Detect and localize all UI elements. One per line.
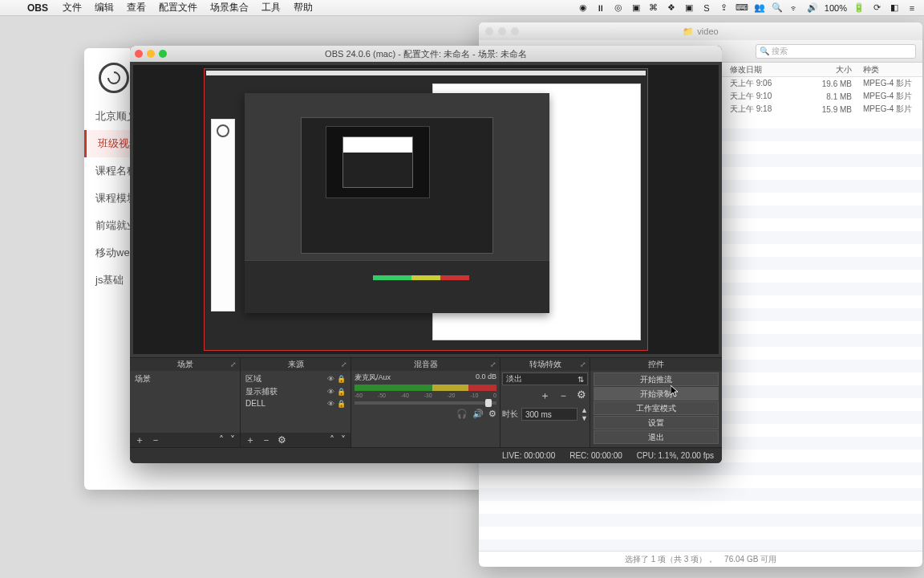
search-input[interactable]: 🔍 搜索 bbox=[756, 44, 916, 59]
obs-preview[interactable] bbox=[133, 65, 719, 354]
move-down-button[interactable]: ˅ bbox=[341, 434, 346, 446]
capture-region[interactable] bbox=[204, 68, 648, 351]
add-source-button[interactable]: ＋ bbox=[245, 434, 255, 447]
panel-controls: 控件 开始推流 开始录制 工作室模式 设置 退出 bbox=[590, 358, 722, 447]
mixer-channel-name: 麦克风/Aux bbox=[355, 372, 391, 383]
headphone-icon[interactable]: 🎧 bbox=[456, 409, 468, 419]
source-item[interactable]: 显示捕获👁🔒 bbox=[244, 385, 347, 398]
transition-select[interactable]: 淡出⇅ bbox=[502, 372, 588, 385]
lock-icon[interactable]: 🔒 bbox=[337, 400, 346, 408]
menu-profile[interactable]: 配置文件 bbox=[152, 1, 204, 14]
audio-meter bbox=[355, 385, 496, 391]
source-settings-button[interactable]: ⚙ bbox=[278, 434, 286, 446]
menu-help[interactable]: 帮助 bbox=[287, 1, 319, 14]
obs-window-title: OBS 24.0.6 (mac) - 配置文件: 未命名 - 场景: 未命名 bbox=[325, 48, 527, 60]
source-item[interactable]: 区域👁🔒 bbox=[244, 372, 347, 385]
popout-icon[interactable]: ⤢ bbox=[230, 360, 237, 368]
obs-titlebar[interactable]: OBS 24.0.6 (mac) - 配置文件: 未命名 - 场景: 未命名 bbox=[130, 46, 722, 62]
finder-title: video bbox=[697, 26, 718, 36]
search-icon[interactable]: 🔍 bbox=[772, 2, 783, 14]
menu-view[interactable]: 查看 bbox=[120, 1, 152, 14]
menu-scene-collection[interactable]: 场景集合 bbox=[204, 1, 255, 14]
status-icon[interactable]: ◎ bbox=[613, 2, 624, 14]
battery-icon[interactable]: 🔋 bbox=[853, 2, 865, 14]
panel-scenes: 场景⤢ 场景 ＋ － ˄ ˅ bbox=[130, 358, 241, 447]
remove-source-button[interactable]: － bbox=[261, 434, 271, 447]
move-down-button[interactable]: ˅ bbox=[230, 434, 235, 446]
status-icon[interactable]: 👥 bbox=[754, 2, 765, 14]
obs-window: OBS 24.0.6 (mac) - 配置文件: 未命名 - 场景: 未命名 场… bbox=[130, 46, 722, 463]
popout-icon[interactable]: ⤢ bbox=[580, 360, 586, 368]
status-icon[interactable]: S bbox=[701, 2, 712, 14]
transition-settings-button[interactable]: ⚙ bbox=[577, 389, 586, 403]
panel-title: 转场特效 bbox=[529, 359, 561, 370]
menu-tools[interactable]: 工具 bbox=[255, 1, 287, 14]
meter-ticks: -60-50-40-30-20-100 bbox=[355, 393, 496, 399]
col-size[interactable]: 大小 bbox=[802, 64, 858, 75]
status-icon[interactable]: ⏸ bbox=[595, 2, 606, 14]
rec-time: REC: 00:00:00 bbox=[569, 451, 622, 460]
volume-slider[interactable] bbox=[355, 401, 496, 405]
menu-edit[interactable]: 编辑 bbox=[88, 1, 120, 14]
status-icon[interactable]: ▣ bbox=[683, 2, 695, 14]
battery-percent[interactable]: 100% bbox=[825, 3, 847, 13]
visibility-icon[interactable]: 👁 bbox=[327, 375, 334, 383]
status-icon[interactable]: ▣ bbox=[630, 2, 642, 14]
panel-title: 场景 bbox=[177, 359, 193, 370]
traffic-lights[interactable] bbox=[485, 27, 519, 35]
move-up-button[interactable]: ˄ bbox=[330, 434, 334, 446]
status-icon[interactable]: ⌘ bbox=[648, 2, 659, 14]
finder-status-bar: 选择了 1 项（共 3 项）， 76.04 GB 可用 bbox=[479, 551, 922, 567]
studio-mode-button[interactable]: 工作室模式 bbox=[594, 401, 719, 415]
popout-icon[interactable]: ⤢ bbox=[490, 360, 496, 368]
menu-extra-icon[interactable]: ◧ bbox=[889, 2, 900, 14]
status-icon[interactable]: ❖ bbox=[666, 2, 677, 14]
status-icon[interactable]: ⌨ bbox=[736, 2, 748, 14]
start-recording-button[interactable]: 开始录制 bbox=[594, 387, 719, 401]
wifi-icon[interactable]: ᯤ bbox=[789, 2, 800, 14]
move-up-button[interactable]: ˄ bbox=[219, 434, 224, 446]
mixer-db: 0.0 dB bbox=[476, 372, 496, 383]
popout-icon[interactable]: ⤢ bbox=[341, 360, 347, 368]
status-icon[interactable]: ⇪ bbox=[719, 2, 730, 14]
panel-title: 混音器 bbox=[414, 359, 438, 370]
source-item[interactable]: DELL👁🔒 bbox=[244, 398, 347, 409]
menu-file[interactable]: 文件 bbox=[56, 1, 88, 14]
duration-input[interactable]: 300 ms bbox=[521, 408, 578, 421]
mixer-settings-icon[interactable]: ⚙ bbox=[488, 409, 496, 419]
add-scene-button[interactable]: ＋ bbox=[135, 434, 144, 447]
status-icon[interactable]: ◉ bbox=[578, 2, 589, 14]
settings-button[interactable]: 设置 bbox=[594, 416, 719, 429]
col-kind[interactable]: 种类 bbox=[858, 64, 922, 75]
scene-item[interactable]: 场景 bbox=[133, 372, 237, 385]
remove-transition-button[interactable]: － bbox=[558, 389, 569, 403]
speaker-icon[interactable]: 🔊 bbox=[472, 409, 484, 419]
visibility-icon[interactable]: 👁 bbox=[327, 388, 334, 396]
notification-center-icon[interactable]: ≡ bbox=[906, 2, 918, 14]
remove-scene-button[interactable]: － bbox=[151, 434, 160, 447]
visibility-icon[interactable]: 👁 bbox=[327, 400, 334, 408]
finder-titlebar[interactable]: 📁video bbox=[479, 22, 922, 40]
traffic-lights[interactable] bbox=[135, 50, 167, 58]
lock-icon[interactable]: 🔒 bbox=[337, 375, 346, 383]
obs-status-bar: LIVE: 00:00:00 REC: 00:00:00 CPU: 1.1%, … bbox=[130, 447, 722, 463]
chevron-updown-icon: ⇅ bbox=[578, 375, 584, 384]
exit-button[interactable]: 退出 bbox=[594, 430, 719, 444]
macos-menubar: OBS 文件 编辑 查看 配置文件 场景集合 工具 帮助 ◉ ⏸ ◎ ▣ ⌘ ❖… bbox=[0, 0, 924, 16]
stepper-icon[interactable]: ▲▼ bbox=[581, 406, 588, 422]
col-date[interactable]: 修改日期 bbox=[730, 64, 802, 75]
live-time: LIVE: 00:00:00 bbox=[502, 451, 555, 460]
obs-panels: 场景⤢ 场景 ＋ － ˄ ˅ 来源⤢ 区域👁🔒 显示捕获👁🔒 DELL👁🔒 ＋ bbox=[130, 357, 722, 447]
volume-icon[interactable]: 🔊 bbox=[807, 2, 818, 14]
panel-mixer: 混音器⤢ 麦克风/Aux0.0 dB -60-50-40-30-20-100 🎧… bbox=[351, 358, 500, 447]
panel-sources: 来源⤢ 区域👁🔒 显示捕获👁🔒 DELL👁🔒 ＋ － ⚙ ˄ ˅ bbox=[241, 358, 351, 447]
lock-icon[interactable]: 🔒 bbox=[337, 388, 346, 396]
start-streaming-button[interactable]: 开始推流 bbox=[594, 372, 719, 386]
panel-title: 来源 bbox=[288, 359, 304, 370]
site-logo-icon bbox=[99, 63, 129, 93]
add-transition-button[interactable]: ＋ bbox=[540, 389, 550, 403]
app-name[interactable]: OBS bbox=[19, 2, 56, 14]
control-center-icon[interactable]: ⟳ bbox=[871, 2, 882, 14]
duration-label: 时长 bbox=[502, 409, 518, 420]
search-icon: 🔍 bbox=[760, 47, 769, 55]
